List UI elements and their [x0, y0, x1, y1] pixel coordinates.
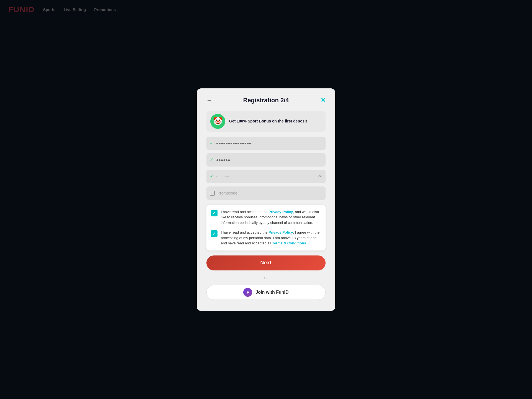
next-button[interactable]: Next — [206, 255, 326, 270]
promo-checkbox[interactable] — [210, 191, 215, 196]
consent-2-checkbox[interactable] — [211, 230, 218, 237]
registration-modal: ← Registration 2/4 ✕ 🤡 Get 100% Sport Bo… — [197, 88, 335, 311]
eye-icon[interactable]: 👁 — [318, 174, 322, 179]
bonus-banner: 🤡 Get 100% Sport Bonus on the first depo… — [206, 111, 326, 132]
privacy-policy-link-2[interactable]: Privacy Policy — [268, 230, 293, 234]
password-check-icon: ✓ — [210, 174, 213, 179]
funid-label: Join with FunID — [255, 290, 288, 295]
consent-item-2: I have read and accepted the Privacy Pol… — [211, 230, 321, 246]
or-divider: or — [206, 275, 326, 280]
terms-conditions-link[interactable]: Terms & Conditions — [272, 241, 306, 245]
consent-box: I have read and accepted the Privacy Pol… — [206, 205, 326, 250]
email-check-icon: ✓ — [210, 140, 213, 146]
password-field-row: ✓ 👁 — [206, 170, 326, 183]
consent-1-checkbox[interactable] — [211, 210, 218, 216]
email-input[interactable] — [216, 141, 322, 145]
bonus-text: Get 100% Sport Bonus on the first deposi… — [229, 119, 307, 124]
form-fields: ✓ ✓ ✓ 👁 Promocode — [206, 137, 326, 200]
close-button[interactable]: ✕ — [321, 97, 326, 104]
username-input[interactable] — [216, 158, 322, 162]
back-button[interactable]: ← — [206, 97, 212, 103]
consent-2-before: I have read and accepted the — [221, 230, 268, 234]
username-field-row: ✓ — [206, 153, 326, 167]
consent-item-1: I have read and accepted the Privacy Pol… — [211, 209, 321, 226]
promo-placeholder: Promocode — [218, 191, 237, 195]
consent-2-text: I have read and accepted the Privacy Pol… — [221, 230, 321, 246]
consent-1-before: I have read and accepted the — [221, 210, 268, 214]
funid-button[interactable]: F Join with FunID — [206, 285, 326, 300]
email-field-row: ✓ — [206, 137, 326, 150]
privacy-policy-link-1[interactable]: Privacy Policy — [268, 210, 293, 214]
promo-field-row: Promocode — [206, 186, 326, 200]
password-input[interactable] — [216, 174, 316, 179]
funid-icon: F — [243, 288, 252, 297]
modal-header: ← Registration 2/4 ✕ — [206, 97, 326, 104]
modal-backdrop: ← Registration 2/4 ✕ 🤡 Get 100% Sport Bo… — [0, 0, 532, 399]
modal-title: Registration 2/4 — [243, 97, 289, 104]
bonus-mascot-icon: 🤡 — [210, 114, 225, 129]
username-check-icon: ✓ — [210, 157, 213, 162]
consent-1-text: I have read and accepted the Privacy Pol… — [221, 209, 321, 226]
